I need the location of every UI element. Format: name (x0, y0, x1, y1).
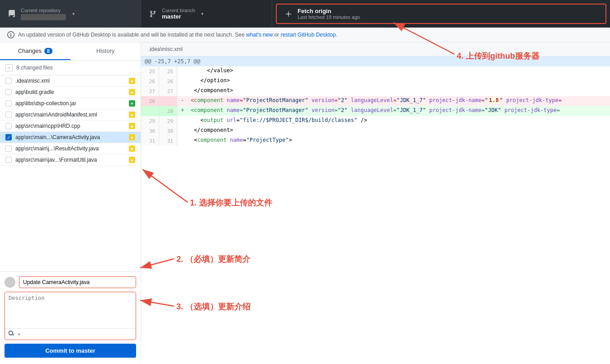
commit-button[interactable]: Commit to master (5, 344, 136, 358)
diff-line-num-left: 31 (141, 136, 159, 146)
update-icon (7, 31, 14, 38)
diff-line-num-left: 26 (141, 76, 159, 86)
commit-description-input[interactable] (5, 292, 136, 328)
diff-view[interactable]: @@ -25,7 +25,7 @@ 25 25 </value> 26 26 <… (141, 56, 610, 362)
diff-line-num-right: 26 (159, 76, 177, 86)
update-text: An updated version of GitHub Desktop is … (18, 32, 337, 38)
restart-link[interactable]: restart GitHub Desktop (281, 32, 336, 38)
file-status-modified: ● (129, 123, 135, 129)
diff-line-content: </option> (177, 76, 610, 86)
diff-line-content: <component name="ProjectType"> (177, 136, 610, 146)
diff-line-removed: 28 - <component name="ProjectRootManager… (141, 96, 610, 106)
current-branch-label: Current branch (162, 8, 195, 13)
diff-line: 26 26 </option> (141, 76, 610, 86)
file-name: app\src\main\j...\ResultActivity.java (15, 145, 125, 152)
file-item[interactable]: app\src\main\j...\ResultActivity.java ● (0, 143, 141, 154)
file-status-modified: ● (129, 89, 135, 95)
changes-badge: 8 (44, 48, 52, 54)
file-status-modified: ● (129, 78, 135, 84)
diff-line-content: </component> (177, 126, 610, 136)
file-breadcrumb: .idea\misc.xml (141, 42, 610, 56)
sidebar: Changes 8 History − 8 changed files .ide… (0, 42, 141, 362)
changed-files-label: 8 changed files (16, 65, 53, 71)
file-checkbox[interactable] (5, 123, 12, 129)
branch-chevron: ▾ (201, 11, 203, 16)
fetch-origin-label: Fetch origin (298, 8, 360, 14)
file-checkbox[interactable] (5, 157, 12, 163)
branch-text: Current branch master (162, 8, 195, 20)
commit-summary-input[interactable] (19, 276, 136, 288)
collapse-button[interactable]: − (5, 64, 13, 71)
diff-line-num-right: 30 (159, 126, 177, 136)
file-list: .idea\misc.xml ● app\build.gradle ● app\… (0, 75, 141, 271)
commit-summary (5, 276, 136, 288)
file-name: app\src\main\cpp\HRD.cpp (15, 123, 125, 129)
tab-history[interactable]: History (71, 42, 141, 60)
fetch-origin-section[interactable]: Fetch origin Last fetched 19 minutes ago (276, 4, 606, 24)
add-coauthor-icon (9, 331, 16, 338)
add-coauthor-label: + (18, 331, 20, 337)
current-repo-label: Current repository (21, 8, 66, 13)
diff-line-num-right: 25 (159, 66, 177, 76)
file-status-added: + (129, 100, 135, 107)
topbar: Current repository ▾ Current branch mast… (0, 0, 610, 28)
repo-icon (7, 9, 16, 19)
diff-line-num-right (159, 96, 177, 106)
file-status-modified: ● (129, 157, 135, 163)
file-item[interactable]: app\src\main\cpp\HRD.cpp ● (0, 121, 141, 132)
fetch-last-fetched: Last fetched 19 minutes ago (298, 14, 360, 20)
file-item-selected[interactable]: ✓ app\src\main...\CameraActivity.java ● (0, 132, 141, 143)
fetch-text: Fetch origin Last fetched 19 minutes ago (298, 8, 360, 20)
diff-line: 31 31 <component name="ProjectType"> (141, 136, 610, 146)
whats-new-link[interactable]: what's new (246, 32, 273, 38)
file-checkbox[interactable] (5, 100, 12, 107)
current-branch-section[interactable]: Current branch master ▾ (141, 0, 272, 28)
file-name: app\libs\dsp-collection.jar (15, 100, 125, 107)
commit-desc-footer: + (5, 328, 136, 340)
breadcrumb-path: .idea\misc.xml (148, 46, 183, 52)
file-checkbox[interactable] (5, 145, 12, 152)
diff-line-added: 28 + <component name="ProjectRootManager… (141, 106, 610, 116)
file-checkbox[interactable] (5, 78, 12, 84)
file-status-modified: ● (129, 112, 135, 118)
fetch-icon (284, 9, 293, 19)
file-status-modified: ● (129, 145, 135, 152)
file-name: app\src\main\jav...\FormatUtil.java (15, 157, 125, 163)
branch-icon (148, 9, 157, 19)
commit-area: + Commit to master (0, 271, 141, 362)
main-layout: Changes 8 History − 8 changed files .ide… (0, 42, 610, 362)
diff-line-num-left: 28 (141, 96, 159, 106)
file-item[interactable]: app\build.gradle ● (0, 87, 141, 98)
diff-line-num-left: 30 (141, 126, 159, 136)
tab-changes[interactable]: Changes 8 (0, 42, 71, 60)
file-name: .idea\misc.xml (15, 78, 125, 84)
file-checkbox[interactable] (5, 112, 12, 118)
diff-line-num-left: 29 (141, 116, 159, 126)
diff-line-content: - <component name="ProjectRootManager" v… (177, 96, 610, 106)
current-repo-section[interactable]: Current repository ▾ (0, 0, 141, 28)
file-checkbox[interactable] (5, 89, 12, 95)
repo-text: Current repository (21, 8, 66, 20)
diff-line-content: <output url="file://$PROJECT_DIR$/build/… (177, 116, 610, 126)
diff-line-content: </component> (177, 86, 610, 96)
file-checkbox-checked[interactable]: ✓ (5, 134, 12, 140)
diff-line-content: + <component name="ProjectRootManager" v… (177, 106, 610, 116)
commit-avatar (5, 277, 15, 288)
changes-tab-label: Changes (18, 47, 42, 54)
diff-line: 25 25 </value> (141, 66, 610, 76)
file-status-modified: ● (129, 134, 135, 140)
file-item[interactable]: app\src\main\AndroidManifest.xml ● (0, 109, 141, 121)
diff-line: 30 30 </component> (141, 126, 610, 136)
diff-line-content: </value> (177, 66, 610, 76)
file-item[interactable]: app\libs\dsp-collection.jar + (0, 98, 141, 109)
file-item[interactable]: .idea\misc.xml ● (0, 75, 141, 87)
file-item[interactable]: app\src\main\jav...\FormatUtil.java ● (0, 154, 141, 166)
diff-line-num-right: 29 (159, 116, 177, 126)
diff-line-num-right: 28 (159, 106, 177, 116)
repo-chevron: ▾ (72, 11, 75, 16)
file-name: app\src\main...\CameraActivity.java (15, 134, 125, 140)
history-tab-label: History (96, 47, 114, 54)
diff-header: @@ -25,7 +25,7 @@ (141, 56, 610, 66)
branch-name: master (162, 13, 195, 20)
diff-line-num-left (141, 106, 159, 116)
